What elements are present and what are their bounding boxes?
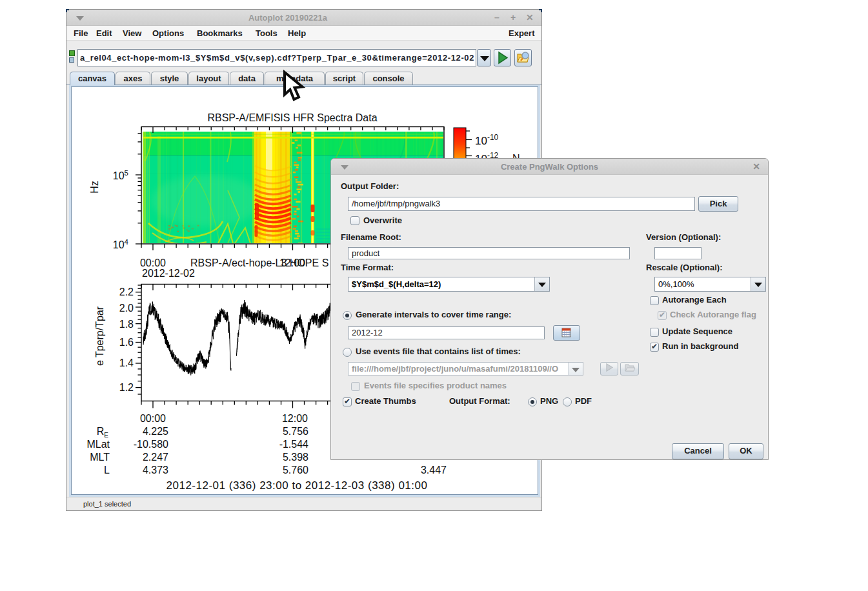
svg-text:1.2: 1.2	[119, 382, 134, 393]
svg-text:RE: RE	[97, 426, 109, 439]
svg-text:4.225: 4.225	[143, 426, 168, 437]
svg-text:104: 104	[113, 238, 129, 250]
svg-text:1.6: 1.6	[119, 337, 134, 348]
svg-text:L: L	[104, 465, 110, 476]
svg-text:MLat: MLat	[86, 439, 110, 450]
svg-text:-10.580: -10.580	[134, 439, 168, 450]
svg-text:5.760: 5.760	[283, 465, 308, 476]
svg-text:1.8: 1.8	[119, 319, 134, 330]
svg-text:2012-12-01 (336) 23:00 to 2012: 2012-12-01 (336) 23:00 to 2012-12-03 (33…	[167, 479, 428, 492]
svg-text:00:00: 00:00	[140, 257, 166, 268]
svg-text:RBSP-A/ect-hope-L3 HOPE S: RBSP-A/ect-hope-L3 HOPE S	[190, 257, 328, 268]
svg-text:MLT: MLT	[90, 452, 110, 463]
svg-text:Hz: Hz	[89, 181, 100, 194]
svg-text:1.4: 1.4	[119, 357, 134, 368]
svg-text:12:00: 12:00	[282, 413, 308, 424]
svg-text:3.447: 3.447	[421, 465, 447, 476]
svg-text:105: 105	[113, 169, 128, 181]
svg-text:2.247: 2.247	[143, 452, 168, 463]
svg-text:00:00: 00:00	[140, 413, 166, 424]
svg-text:RBSP-A/EMFISIS HFR Spectra Da: RBSP-A/EMFISIS HFR Spectra Data	[207, 112, 377, 123]
svg-text:2.0: 2.0	[119, 303, 134, 314]
svg-text:10-10: 10-10	[475, 133, 499, 147]
svg-text:5.756: 5.756	[283, 426, 308, 437]
svg-text:2012-12-02: 2012-12-02	[142, 268, 195, 279]
svg-text:4.373: 4.373	[143, 465, 168, 476]
svg-text:2.2: 2.2	[119, 286, 134, 297]
svg-text:-1.544: -1.544	[279, 439, 308, 450]
svg-text:e Tperp/Tpar: e Tperp/Tpar	[94, 306, 105, 366]
svg-text:5.398: 5.398	[283, 452, 308, 463]
